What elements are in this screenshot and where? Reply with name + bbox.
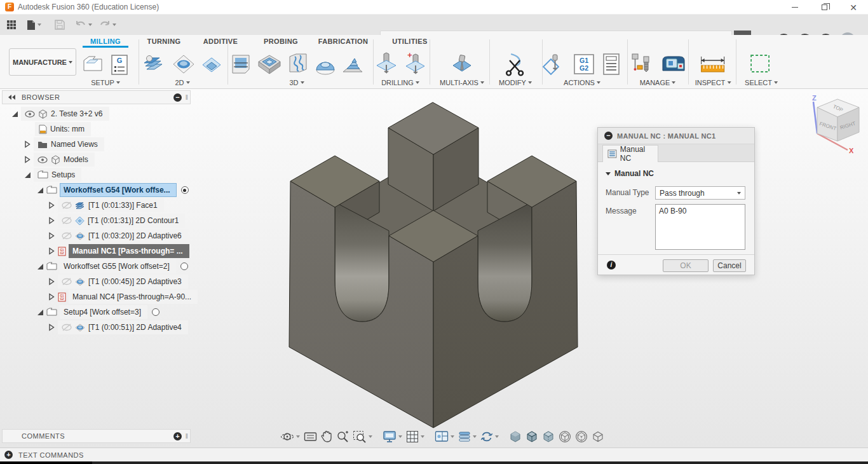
collapse-dialog-icon[interactable]: − <box>604 132 613 140</box>
3d-spiral-icon[interactable] <box>341 53 365 77</box>
collapse-panel-icon[interactable] <box>8 94 16 100</box>
manual-type-select[interactable]: Pass through <box>655 186 745 200</box>
dialog-section-header[interactable]: Manual NC <box>606 169 754 178</box>
dialog-tab-manual-nc[interactable]: Manual NC <box>602 145 658 162</box>
expander-closed-icon[interactable] <box>48 293 55 301</box>
tree-row-units[interactable]: Units: mm <box>2 121 191 137</box>
restore-button[interactable] <box>810 0 839 15</box>
3d-wall-icon[interactable] <box>286 51 310 77</box>
viewport-canvas[interactable]: Z X TOP FRONT RIGHT BROWSER −‖ 2. Teste … <box>0 89 868 447</box>
expander-closed-icon[interactable] <box>48 201 55 209</box>
window-zoom-button[interactable] <box>353 430 372 443</box>
layers-button[interactable] <box>458 430 477 443</box>
close-window-button[interactable]: ✕ <box>839 0 868 15</box>
info-icon[interactable]: i <box>607 261 616 270</box>
panel-grip[interactable]: ‖ <box>186 94 188 101</box>
3d-dome-icon[interactable] <box>314 54 337 77</box>
dialog-header[interactable]: − MANUAL NC : MANUAL NC1 <box>598 128 754 144</box>
minimize-button[interactable] <box>780 0 810 15</box>
tree-row-adaptive4[interactable]: [T1 (0:00:51)] 2D Adaptive4 <box>2 320 191 335</box>
multiaxis-icon[interactable] <box>449 51 475 77</box>
tree-row-adaptive6[interactable]: [T1 (0:03:20)] 2D Adaptive6 <box>2 228 191 243</box>
active-setup-radio[interactable] <box>181 186 189 194</box>
add-comment-icon[interactable]: + <box>173 432 182 440</box>
expander-open-icon[interactable] <box>36 263 44 270</box>
tab-probing[interactable]: PROBING <box>264 38 298 45</box>
tree-row-contour1[interactable]: [T1 (0:01:31)] 2D Contour1 <box>2 213 191 228</box>
machine-library-icon[interactable] <box>659 53 687 77</box>
group-label-2d[interactable]: 2D <box>140 79 225 86</box>
wireframe-cube-button[interactable] <box>592 430 604 443</box>
drill-icon[interactable] <box>374 51 398 77</box>
g1g2-icon[interactable]: G1G2 <box>571 51 597 77</box>
new-setup-icon[interactable] <box>81 53 105 77</box>
setup-radio[interactable] <box>180 263 188 270</box>
setup-sheet-icon[interactable] <box>600 51 622 77</box>
panel-grip[interactable]: ‖ <box>186 433 188 440</box>
comments-panel-header[interactable]: COMMENTS +‖ <box>2 429 191 443</box>
tab-milling[interactable]: MILLING <box>90 38 121 45</box>
redo-button[interactable] <box>99 18 116 31</box>
expander-closed-icon[interactable] <box>48 217 55 224</box>
grid-snaps-button[interactable] <box>406 430 424 443</box>
tree-row-face1[interactable]: [T1 (0:01:33)] Face1 <box>2 198 191 213</box>
model-3d[interactable] <box>280 94 585 434</box>
tree-row-setup4[interactable]: Setup4 [Work offset=3] <box>2 304 191 320</box>
tree-row-adaptive3[interactable]: [T1 (0:00:45)] 2D Adaptive3 <box>2 274 191 289</box>
undo-button[interactable] <box>75 18 92 31</box>
viewports-button[interactable] <box>435 430 454 443</box>
tree-row-manual-nc1[interactable]: G1G2 Manual NC1 [Pass-through= ... <box>2 243 191 259</box>
visibility-eye-icon[interactable] <box>37 156 48 163</box>
expand-text-commands-icon[interactable]: + <box>4 451 13 459</box>
3d-steep-icon[interactable] <box>229 51 253 77</box>
group-label-actions[interactable]: ACTIONS <box>540 79 624 86</box>
tab-additive[interactable]: ADDITIVE <box>203 38 238 45</box>
hidden-eye-icon[interactable] <box>62 217 72 224</box>
expander-closed-icon[interactable] <box>24 156 31 163</box>
drill-plus-icon[interactable]: + <box>402 51 426 77</box>
group-label-drilling[interactable]: DRILLING <box>372 79 428 86</box>
expander-open-icon[interactable] <box>11 110 18 118</box>
tab-fabrication[interactable]: FABRICATION <box>318 38 369 45</box>
file-menu-button[interactable] <box>27 18 41 31</box>
hidden-eye-icon[interactable] <box>62 278 72 285</box>
select-icon[interactable] <box>749 51 774 77</box>
pan-button[interactable] <box>321 430 332 443</box>
save-button[interactable] <box>55 18 65 31</box>
tab-utilities[interactable]: UTILITIES <box>392 38 428 45</box>
3d-pocket-icon[interactable] <box>257 53 282 77</box>
group-label-manage[interactable]: MANAGE <box>627 79 689 86</box>
refresh-button[interactable] <box>480 430 499 443</box>
expander-open-icon[interactable] <box>36 308 44 316</box>
expander-closed-icon[interactable] <box>24 140 31 148</box>
text-commands-bar[interactable]: + TEXT COMMANDS <box>0 447 868 461</box>
expander-open-icon[interactable] <box>24 171 31 179</box>
tree-row-named-views[interactable]: Named Views <box>2 137 191 152</box>
cancel-button[interactable]: Cancel <box>713 259 746 272</box>
orbit-button[interactable] <box>280 430 300 444</box>
group-label-select[interactable]: SELECT <box>745 79 778 86</box>
expander-open-icon[interactable] <box>36 186 44 194</box>
ncprogram-icon[interactable]: G <box>109 53 130 77</box>
app-grid-button[interactable] <box>6 18 17 31</box>
shaded-edges-cube-button[interactable] <box>526 430 538 443</box>
tab-turning[interactable]: TURNING <box>147 38 181 45</box>
collapse-circle-icon[interactable]: − <box>173 93 182 102</box>
hidden-eye-icon[interactable] <box>62 232 72 240</box>
group-label-setup[interactable]: SETUP <box>79 79 132 86</box>
ok-button[interactable]: OK <box>663 259 709 272</box>
display-settings-button[interactable] <box>383 430 402 443</box>
group-label-modify[interactable]: MODIFY <box>499 79 532 86</box>
2d-adaptive-icon[interactable] <box>171 51 196 77</box>
group-label-3d[interactable]: 3D <box>227 79 367 86</box>
view-cube[interactable]: Z X TOP FRONT RIGHT <box>806 94 868 154</box>
expander-closed-icon[interactable] <box>48 278 55 285</box>
look-at-button[interactable] <box>304 431 317 442</box>
tree-row-workoffset-g54[interactable]: Workoffset G54 [Work offse... <box>2 182 191 198</box>
expander-closed-icon[interactable] <box>48 232 55 240</box>
group-label-multiaxis[interactable]: MULTI-AXIS <box>440 79 484 86</box>
modify-scissors-icon[interactable] <box>503 51 527 77</box>
setup-radio[interactable] <box>152 308 159 316</box>
tree-row-models[interactable]: Models <box>2 152 191 167</box>
wireframe-hidden-circle-cube-button[interactable] <box>575 430 588 443</box>
